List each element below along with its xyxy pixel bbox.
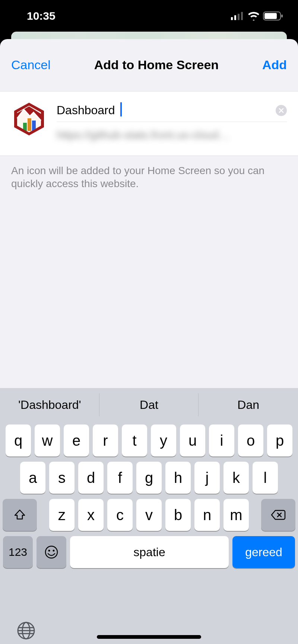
name-field-row[interactable]: Dashboard [57,99,287,122]
svg-rect-10 [28,118,31,131]
numbers-key[interactable]: 123 [3,536,33,568]
add-button[interactable]: Add [262,58,287,72]
key-b[interactable]: b [165,499,191,531]
svg-rect-3 [241,12,243,20]
svg-rect-2 [238,14,240,20]
key-v[interactable]: v [136,499,162,531]
key-d[interactable]: d [78,462,104,494]
wifi-icon [247,12,260,20]
battery-icon [263,12,283,20]
add-to-home-sheet: Cancel Add to Home Screen Add Das [0,39,298,644]
key-l[interactable]: l [253,462,278,494]
suggestion-1[interactable]: 'Dashboard' [0,388,99,422]
status-time: 10:35 [27,10,56,22]
svg-point-13 [45,546,57,558]
name-field-value[interactable]: Dashboard [57,103,115,117]
key-g[interactable]: g [136,462,162,494]
cancel-button[interactable]: Cancel [11,58,51,72]
svg-rect-5 [264,13,277,19]
key-row-1: q w e r t y u i o p [2,424,296,456]
svg-rect-0 [231,17,233,20]
key-h[interactable]: h [165,462,191,494]
emoji-icon [44,545,58,559]
clear-text-button[interactable] [276,105,287,116]
svg-rect-1 [234,15,236,20]
key-x[interactable]: x [78,499,104,531]
done-key[interactable]: gereed [232,536,295,568]
key-row-2: a s d f g h j k l [2,462,296,494]
key-a[interactable]: a [20,462,45,494]
suggestion-bar: 'Dashboard' Dat Dan [0,388,298,422]
form-area: Dashboard https://github-stats.front.us-… [0,91,298,156]
key-c[interactable]: c [107,499,133,531]
keyboard: 'Dashboard' Dat Dan q w e r t y u i o p … [0,388,298,644]
shift-key[interactable] [3,499,37,531]
emoji-key[interactable] [37,536,66,568]
suggestion-2[interactable]: Dat [99,388,199,422]
sheet-header: Cancel Add to Home Screen Add [0,39,298,91]
key-w[interactable]: w [35,424,60,456]
svg-rect-6 [281,15,283,17]
backspace-key[interactable] [261,499,295,531]
key-e[interactable]: e [64,424,89,456]
key-z[interactable]: z [49,499,74,531]
status-bar: 10:35 [0,0,298,32]
key-s[interactable]: s [49,462,74,494]
key-p[interactable]: p [267,424,292,456]
sheet-title: Add to Home Screen [94,58,219,72]
svg-point-14 [48,550,50,552]
key-r[interactable]: r [93,424,118,456]
key-row-4: 123 spatie gereed [2,536,296,568]
svg-point-15 [53,550,55,552]
key-o[interactable]: o [238,424,263,456]
key-j[interactable]: j [194,462,220,494]
cellular-icon [231,12,244,20]
globe-icon [16,621,36,640]
key-u[interactable]: u [180,424,205,456]
key-k[interactable]: k [224,462,249,494]
key-m[interactable]: m [224,499,249,531]
text-cursor [120,102,122,116]
key-y[interactable]: y [151,424,176,456]
space-key[interactable]: spatie [70,536,229,568]
keyboard-bottom-bar [0,616,298,644]
backspace-icon [271,509,286,520]
key-i[interactable]: i [209,424,234,456]
key-row-3: z x c v b n m [2,499,296,531]
key-t[interactable]: t [122,424,147,456]
key-f[interactable]: f [107,462,133,494]
status-icons [231,12,283,20]
helper-text: An icon will be added to your Home Scree… [0,156,298,198]
key-n[interactable]: n [194,499,220,531]
globe-key[interactable] [16,621,36,640]
suggestion-3[interactable]: Dan [199,388,298,422]
key-q[interactable]: q [6,424,31,456]
app-icon [11,101,47,137]
home-indicator[interactable] [97,635,201,639]
url-field: https://github-stats.front.us-cloud… [57,122,287,148]
shift-icon [13,509,26,521]
close-icon [279,108,284,113]
